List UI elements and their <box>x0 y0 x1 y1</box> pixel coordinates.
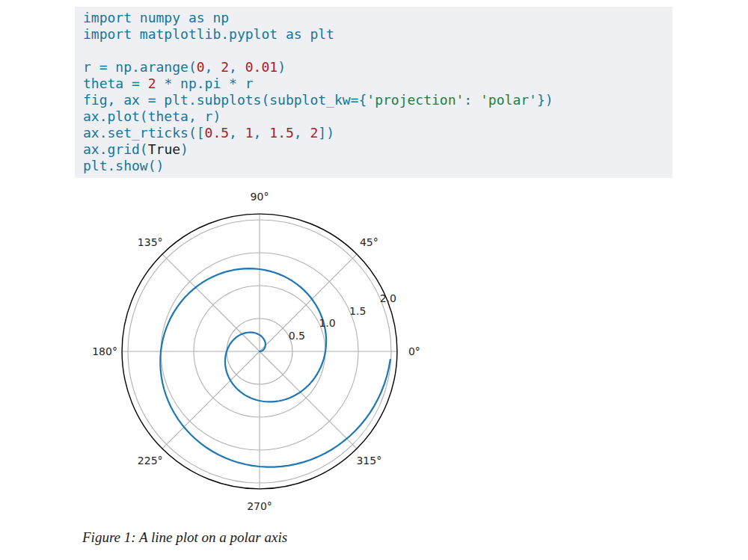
theta-tick-label: 45° <box>360 236 378 248</box>
code-token: ) <box>278 59 286 75</box>
code-line: theta = 2 * np.pi * r <box>83 76 666 92</box>
theta-gridline <box>260 254 357 351</box>
code-token: fig, ax = plt.subplots(subplot_kw={ <box>83 92 367 108</box>
code-token: * np.pi * r <box>156 76 254 91</box>
code-token: ]) <box>318 125 334 141</box>
theta-tick-label: 225° <box>138 455 163 467</box>
code-token: 2 <box>310 125 319 141</box>
polar-figure: 0°45°90°135°180°225°270°315°0.51.01.52.0 <box>80 172 439 531</box>
code-token: , <box>205 59 221 75</box>
code-token: ax.grid( <box>83 141 148 157</box>
code-token: ) <box>180 141 188 157</box>
code-line: ax.plot(theta, r) <box>83 108 666 125</box>
code-token: 1 <box>245 125 254 141</box>
code-line <box>83 43 666 59</box>
code-token: , <box>294 125 310 141</box>
code-token: , <box>229 59 245 75</box>
code-token: 2 <box>221 59 229 75</box>
theta-tick-label: 315° <box>356 455 381 467</box>
code-line: import numpy as np <box>83 10 666 26</box>
code-token: plt.show() <box>83 158 164 173</box>
code-token: , <box>254 125 270 141</box>
code-token: import matplotlib.pyplot as plt <box>83 26 334 42</box>
code-line: r = np.arange(0, 2, 0.01) <box>83 59 666 76</box>
code-token: 0 <box>197 59 205 75</box>
code-token: , <box>229 125 245 141</box>
code-token: 2 <box>148 76 156 91</box>
code-token: : <box>464 92 480 108</box>
theta-tick-label: 135° <box>138 236 163 248</box>
code-token: r = np.arange( <box>83 59 197 75</box>
code-token: 1.5 <box>269 125 294 141</box>
theta-tick-label: 270° <box>247 500 272 512</box>
code-token: ax.plot(theta, r) <box>83 108 221 124</box>
code-line: fig, ax = plt.subplots(subplot_kw={'proj… <box>83 92 666 108</box>
r-tick-labels: 0.51.01.52.0 <box>289 292 396 342</box>
code-token: import numpy as np <box>83 10 229 25</box>
code-token: 'projection' <box>367 92 464 108</box>
code-line: ax.set_rticks([0.5, 1, 1.5, 2]) <box>83 125 666 141</box>
theta-tick-label: 90° <box>251 191 269 203</box>
theta-gridline <box>260 351 357 449</box>
r-tick-label: 1.5 <box>349 305 366 317</box>
code-line: import matplotlib.pyplot as plt <box>83 26 666 43</box>
r-tick-label: 0.5 <box>289 330 305 342</box>
r-tick-label: 1.0 <box>319 317 335 329</box>
code-token: theta = <box>83 76 148 91</box>
polar-chart: 0°45°90°135°180°225°270°315°0.51.01.52.0 <box>80 172 439 531</box>
code-token: }) <box>537 92 554 108</box>
r-tick-label: 2.0 <box>380 292 396 304</box>
code-block: import numpy as npimport matplotlib.pypl… <box>75 7 672 178</box>
theta-gridline <box>162 351 260 449</box>
spiral-line <box>160 268 390 467</box>
code-token: 'polar' <box>480 92 537 108</box>
theta-tick-label: 0° <box>408 345 420 357</box>
figure-caption: Figure 1: A line plot on a polar axis <box>82 529 287 546</box>
code-token: 0.5 <box>205 125 230 141</box>
theta-tick-label: 180° <box>92 345 117 357</box>
code-token: 0.01 <box>245 59 278 75</box>
code-line: ax.grid(True) <box>83 141 666 158</box>
code-token: True <box>148 141 180 157</box>
code-token: ax.set_rticks([ <box>83 125 205 141</box>
